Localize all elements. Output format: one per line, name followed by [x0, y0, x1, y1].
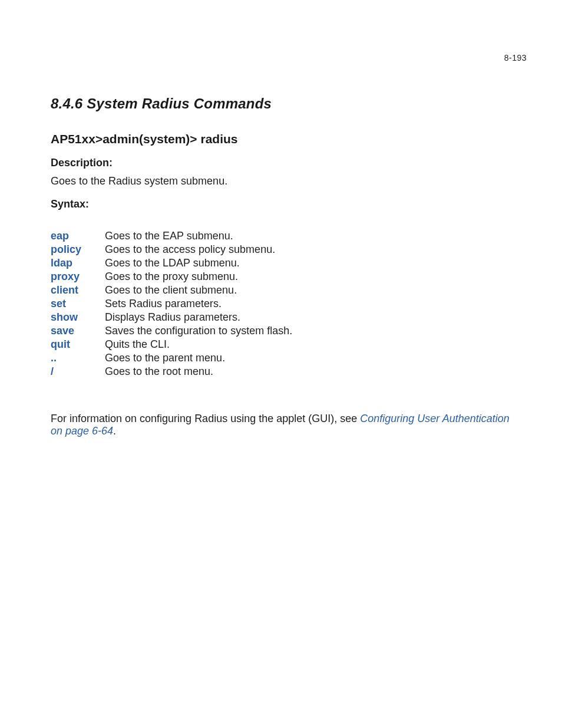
syntax-description: Goes to the EAP submenu.: [105, 229, 292, 243]
syntax-command: ldap: [51, 256, 105, 270]
syntax-command: client: [51, 284, 105, 297]
syntax-description: Goes to the root menu.: [105, 365, 292, 378]
footer-note: For information on configuring Radius us…: [51, 413, 511, 437]
syntax-description: Goes to the proxy submenu.: [105, 270, 292, 284]
syntax-row: proxyGoes to the proxy submenu.: [51, 270, 292, 284]
syntax-description: Sets Radius parameters.: [105, 297, 292, 311]
syntax-command: eap: [51, 229, 105, 243]
syntax-command: set: [51, 297, 105, 311]
syntax-description: Saves the configuration to system flash.: [105, 324, 292, 338]
syntax-command: policy: [51, 243, 105, 256]
syntax-table: eapGoes to the EAP submenu.policyGoes to…: [51, 229, 292, 378]
syntax-command: /: [51, 365, 105, 378]
syntax-command: quit: [51, 338, 105, 351]
syntax-row: ..Goes to the parent menu.: [51, 351, 292, 365]
syntax-row: clientGoes to the client submenu.: [51, 284, 292, 297]
syntax-description: Goes to the access policy submenu.: [105, 243, 292, 256]
footer-note-prefix: For information on configuring Radius us…: [51, 413, 360, 424]
description-text: Goes to the Radius system submenu.: [51, 175, 511, 187]
syntax-command: show: [51, 311, 105, 324]
syntax-row: /Goes to the root menu.: [51, 365, 292, 378]
syntax-command: save: [51, 324, 105, 338]
syntax-row: showDisplays Radius parameters.: [51, 311, 292, 324]
document-page: 8-193 8.4.6 System Radius Commands AP51x…: [0, 0, 562, 728]
syntax-heading: Syntax:: [51, 198, 511, 210]
syntax-row: setSets Radius parameters.: [51, 297, 292, 311]
syntax-row: saveSaves the configuration to system fl…: [51, 324, 292, 338]
syntax-description: Goes to the parent menu.: [105, 351, 292, 365]
syntax-row: eapGoes to the EAP submenu.: [51, 229, 292, 243]
syntax-row: ldapGoes to the LDAP submenu.: [51, 256, 292, 270]
page-number: 8-193: [504, 53, 527, 62]
syntax-row: policyGoes to the access policy submenu.: [51, 243, 292, 256]
description-heading: Description:: [51, 157, 511, 169]
syntax-command: ..: [51, 351, 105, 365]
syntax-description: Goes to the LDAP submenu.: [105, 256, 292, 270]
syntax-row: quitQuits the CLI.: [51, 338, 292, 351]
syntax-command: proxy: [51, 270, 105, 284]
syntax-description: Goes to the client submenu.: [105, 284, 292, 297]
syntax-description: Displays Radius parameters.: [105, 311, 292, 324]
section-title: 8.4.6 System Radius Commands: [51, 95, 511, 112]
footer-note-suffix: .: [113, 425, 116, 437]
command-prompt: AP51xx>admin(system)> radius: [51, 132, 511, 146]
syntax-description: Quits the CLI.: [105, 338, 292, 351]
